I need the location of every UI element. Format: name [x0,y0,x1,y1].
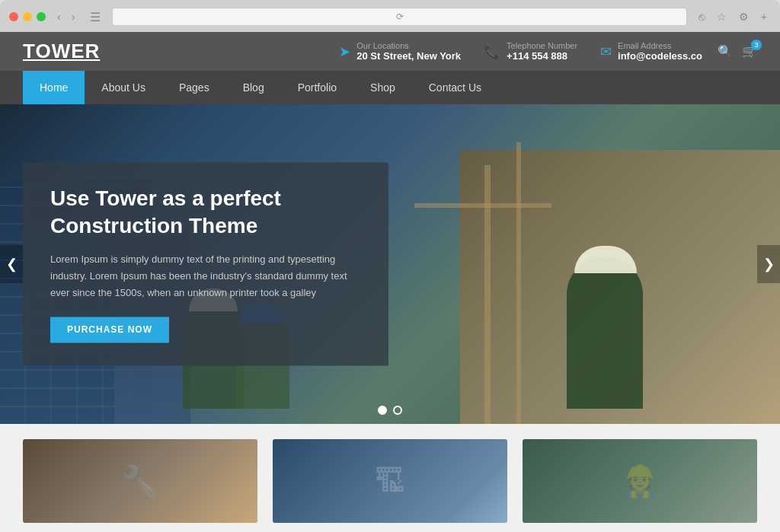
phone-icon: 📞 [484,43,500,60]
slider-prev-button[interactable]: ❮ [0,245,23,283]
crane-icon: 🏗 [273,439,507,523]
phone-text: Telephone Number +114 554 888 [507,41,577,62]
slider-next-button[interactable]: ❯ [757,245,780,283]
slider-dot-1[interactable] [378,406,387,415]
nav-about[interactable]: About Us [85,71,162,104]
phone-label: Telephone Number [507,41,577,50]
header-top: TOWER ➤ Our Locations 20 St Street, New … [0,32,780,71]
worker-silhouette-3 [567,256,643,409]
browser-actions: ⎋ ☆ ⚙ + [695,9,771,24]
search-button[interactable]: 🔍 [718,44,733,59]
email-text: Email Address info@codeless.co [618,41,702,62]
cards-section: 🔧 🏗 👷 [0,424,780,532]
traffic-lights [9,12,46,21]
header-info: ➤ Our Locations 20 St Street, New York 📞… [339,41,702,62]
extensions-button[interactable]: ⚙ [735,9,753,24]
back-button[interactable]: ‹ [53,9,65,24]
minimize-button[interactable] [23,12,32,21]
maximize-button[interactable] [37,12,46,21]
email-value: info@codeless.co [618,50,702,62]
header-actions: 🔍 🛒 3 [718,44,757,59]
slider-dot-2[interactable] [393,406,402,415]
share-button[interactable]: ⎋ [695,9,708,24]
website: TOWER ➤ Our Locations 20 St Street, New … [0,32,780,532]
card-crane[interactable]: 🏗 [273,439,507,523]
location-icon: ➤ [339,43,350,60]
address-bar[interactable]: ⟳ [112,8,686,26]
nav-shop[interactable]: Shop [353,71,412,104]
slider-dots [378,406,402,415]
workers-icon: 👷 [523,439,757,523]
phone-value: +114 554 888 [507,50,577,62]
navigation-bar: Home About Us Pages Blog Portfolio Shop … [0,71,780,104]
cart-wrapper: 🛒 3 [742,44,757,59]
forward-button[interactable]: › [68,9,79,24]
hero-title: Use Tower as a perfect Construction Them… [50,185,361,241]
hero-cta-button[interactable]: PURCHASE NOW [50,317,169,343]
site-logo[interactable]: TOWER [23,40,100,63]
cart-badge: 3 [751,40,762,50]
add-tab-button[interactable]: + [757,9,771,24]
tab-bar [0,26,780,32]
browser-window: ‹ › ☰ ⟳ ⎋ ☆ ⚙ + TOWER ➤ Our Locations 20… [0,0,780,532]
browser-chrome: ‹ › ☰ ⟳ ⎋ ☆ ⚙ + [0,0,780,26]
phone-info: 📞 Telephone Number +114 554 888 [484,41,577,62]
nav-contact[interactable]: Contact Us [412,71,498,104]
card-workers[interactable]: 👷 [523,439,757,523]
hero-body: Lorem Ipsum is simply dummy text of the … [50,251,361,301]
hero-content: Use Tower as a perfect Construction Them… [23,162,388,365]
nav-arrows: ‹ › [53,9,78,24]
nav-home[interactable]: Home [23,71,85,104]
location-text: Our Locations 20 St Street, New York [356,41,461,62]
hero-slider: Use Tower as a perfect Construction Them… [0,104,780,424]
location-label: Our Locations [356,41,461,50]
tools-icon: 🔧 [23,439,257,523]
email-info: ✉ Email Address info@codeless.co [600,41,702,62]
location-info: ➤ Our Locations 20 St Street, New York [339,41,461,62]
email-icon: ✉ [600,43,612,60]
nav-pages[interactable]: Pages [162,71,226,104]
close-button[interactable] [9,12,18,21]
location-value: 20 St Street, New York [356,50,461,62]
scaffold-pole-2 [516,142,521,424]
bookmark-button[interactable]: ☆ [713,9,730,24]
email-label: Email Address [618,41,702,50]
url-display: ⟳ [396,11,404,22]
sidebar-toggle-button[interactable]: ☰ [86,8,104,26]
nav-blog[interactable]: Blog [226,71,281,104]
nav-portfolio[interactable]: Portfolio [281,71,353,104]
scaffold-horizontal [414,203,551,208]
card-tools[interactable]: 🔧 [23,439,257,523]
